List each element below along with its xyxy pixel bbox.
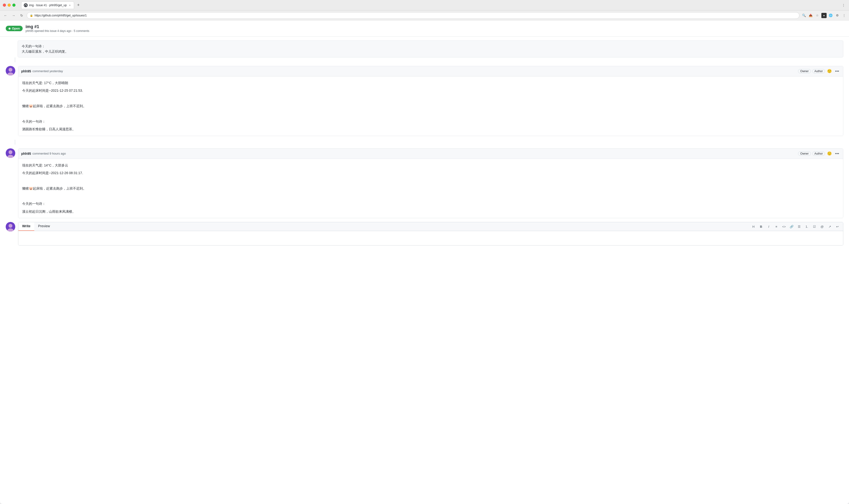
github-favicon (24, 3, 28, 7)
emoji-button-2[interactable]: 🙂 (826, 150, 833, 157)
status-dot (8, 28, 11, 30)
close-button[interactable] (3, 4, 6, 7)
comment-thread-line (15, 57, 15, 62)
extension-3[interactable]: ⚙ (835, 13, 840, 18)
more-options[interactable]: ⋮ (842, 13, 847, 18)
issue-status-badge: Open (6, 26, 23, 31)
mention-button[interactable]: @ (819, 224, 825, 229)
more-button-2[interactable]: ••• (834, 150, 840, 157)
back-button[interactable]: ← (2, 12, 8, 19)
bookmark-icon[interactable]: ☆ (815, 13, 820, 18)
tab-close-button[interactable]: × (68, 4, 71, 7)
comment-body-line-2-2 (22, 178, 839, 183)
quote-button[interactable]: ≡ (774, 224, 779, 229)
owner-badge-1[interactable]: Owner (798, 69, 811, 73)
unordered-list-button[interactable]: ☰ (796, 224, 802, 229)
issue-header: Open img #1 phh95 opened this issue 4 da… (0, 20, 849, 37)
tabs-area: img · Issue #1 · phh95/get_up × + (21, 1, 82, 9)
comment-body-line-2-5: 今天的一句诗： (22, 201, 839, 206)
comment-time-1: commented yesterday (32, 69, 63, 73)
comment-body-line-1-4 (22, 111, 839, 116)
owner-badge-2[interactable]: Owner (798, 151, 811, 156)
write-comment-box: Write Preview H B I ≡ <> 🔗 ☰ 1. ☑ @ ↗ (18, 222, 843, 246)
page-content: Open img #1 phh95 opened this issue 4 da… (0, 20, 849, 249)
comment-body-line-1-2 (22, 96, 839, 101)
avatar-3 (6, 222, 15, 232)
write-toolbar: H B I ≡ <> 🔗 ☰ 1. ☑ @ ↗ ↩ (54, 222, 843, 231)
svg-point-1 (8, 68, 12, 72)
author-badge-2[interactable]: Author (812, 151, 825, 156)
comment-body-line-1-6: 酒困路长惟欲睡，日高人渴漫思茶。 (22, 126, 839, 132)
comment-body-line-1-0: 现在的天气是: 17°C，大部晴朗 (22, 80, 839, 86)
comment-body-line-2-4 (22, 193, 839, 199)
comment-body-1: 现在的天气是: 17°C，大部晴朗 今天的起床时间是--2021-12-25 0… (18, 76, 843, 136)
comment-time-2: commented 9 hours ago (32, 152, 66, 155)
bold-button[interactable]: B (758, 224, 764, 229)
avatar-1 (6, 66, 15, 75)
new-tab-button[interactable]: + (75, 2, 82, 8)
comment-header-left-2: phh95 commented 9 hours ago (21, 152, 66, 156)
forward-button[interactable]: → (11, 12, 17, 19)
comments-section: 今天的一句诗： 大儿锄豆溪东，中儿正织鸡笼。 (0, 40, 849, 218)
active-tab[interactable]: img · Issue #1 · phh95/get_up × (21, 1, 74, 9)
issue-meta: phh95 opened this issue 4 days ago · 5 c… (25, 29, 89, 33)
comment-body-line-2-6: 溪云初起日沉阁，山雨欲来风满楼。 (22, 209, 839, 214)
comment-box-2: phh95 commented 9 hours ago Owner Author… (18, 148, 843, 218)
avatar-2 (6, 148, 15, 158)
partial-comment: 今天的一句诗： 大儿锄豆溪东，中儿正织鸡笼。 (18, 40, 843, 57)
maximize-button[interactable] (12, 4, 16, 7)
comment-2: phh95 commented 9 hours ago Owner Author… (6, 148, 843, 218)
comment-header-left-1: phh95 commented yesterday (21, 69, 63, 73)
extension-2[interactable]: 🌐 (828, 13, 833, 18)
emoji-button-1[interactable]: 🙂 (826, 68, 833, 74)
comment-header-right-1: Owner Author 🙂 ••• (798, 68, 840, 74)
comment-1: phh95 commented yesterday Owner Author 🙂… (6, 66, 843, 136)
comment-body-line-2-3: 懒猪🐷起床啦，赶紧去跑步，上班不迟到。 (22, 186, 839, 191)
comment-author-2[interactable]: phh95 (21, 152, 31, 156)
comment-box-1: phh95 commented yesterday Owner Author 🙂… (18, 66, 843, 136)
svg-point-7 (8, 224, 12, 228)
comment-body-line-2-1: 今天的起床时间是--2021-12-26 08:31:17. (22, 170, 839, 176)
comment-body-line-1-1: 今天的起床时间是--2021-12-25 07:21:53. (22, 88, 839, 93)
code-button[interactable]: <> (781, 224, 787, 229)
reference-button[interactable]: ↗ (827, 224, 833, 229)
link-button[interactable]: 🔗 (789, 224, 794, 229)
share-icon[interactable]: 📤 (808, 13, 813, 18)
heading-button[interactable]: H (751, 224, 756, 229)
comment-author-1[interactable]: phh95 (21, 69, 31, 73)
write-area: Write Preview H B I ≡ <> 🔗 ☰ 1. ☑ @ ↗ (0, 222, 849, 246)
author-badge-1[interactable]: Author (812, 69, 825, 73)
titlebar: img · Issue #1 · phh95/get_up × + ⋮ (0, 0, 849, 11)
minimize-button[interactable] (7, 4, 11, 7)
tab-title: img · Issue #1 · phh95/get_up (29, 4, 67, 7)
comment-header-1: phh95 commented yesterday Owner Author 🙂… (18, 66, 843, 76)
partial-line1: 今天的一句诗： (22, 43, 839, 49)
more-button-1[interactable]: ••• (834, 68, 840, 74)
preview-tab[interactable]: Preview (34, 222, 54, 231)
address-bar[interactable]: 🔒 https://github.com/phh95/get_up/issues… (27, 12, 799, 19)
browser-toolbar-icons: 🔍 📤 ☆ ● 🌐 ⚙ ⋮ (801, 13, 847, 18)
ordered-list-button[interactable]: 1. (804, 224, 810, 229)
svg-point-4 (8, 150, 12, 154)
traffic-lights (3, 4, 16, 7)
undo-button[interactable]: ↩ (834, 224, 840, 229)
comment-body-line-2-0: 现在的天气是: 14°C，大部多云 (22, 163, 839, 168)
refresh-button[interactable]: ↻ (19, 12, 25, 19)
write-tab[interactable]: Write (18, 222, 34, 231)
search-icon[interactable]: 🔍 (801, 13, 807, 18)
comment-input[interactable] (18, 231, 843, 245)
comment-header-right-2: Owner Author 🙂 ••• (798, 150, 840, 157)
comment-thread-line-2 (15, 140, 15, 145)
partial-line2: 大儿锄豆溪东，中儿正织鸡笼。 (22, 49, 839, 54)
status-label: Open (12, 27, 20, 30)
browser-window: img · Issue #1 · phh95/get_up × + ⋮ ← → … (0, 0, 849, 504)
url-text: https://github.com/phh95/get_up/issues/1 (35, 14, 796, 17)
task-list-button[interactable]: ☑ (812, 224, 817, 229)
comment-body-line-1-5: 今天的一句诗： (22, 119, 839, 124)
comment-header-2: phh95 commented 9 hours ago Owner Author… (18, 149, 843, 159)
extension-1[interactable]: ● (821, 13, 827, 18)
window-menu-button[interactable]: ⋮ (841, 2, 846, 8)
italic-button[interactable]: I (766, 224, 772, 229)
issue-title-area: img #1 phh95 opened this issue 4 days ag… (25, 24, 89, 33)
write-tabs: Write Preview H B I ≡ <> 🔗 ☰ 1. ☑ @ ↗ (18, 222, 843, 231)
